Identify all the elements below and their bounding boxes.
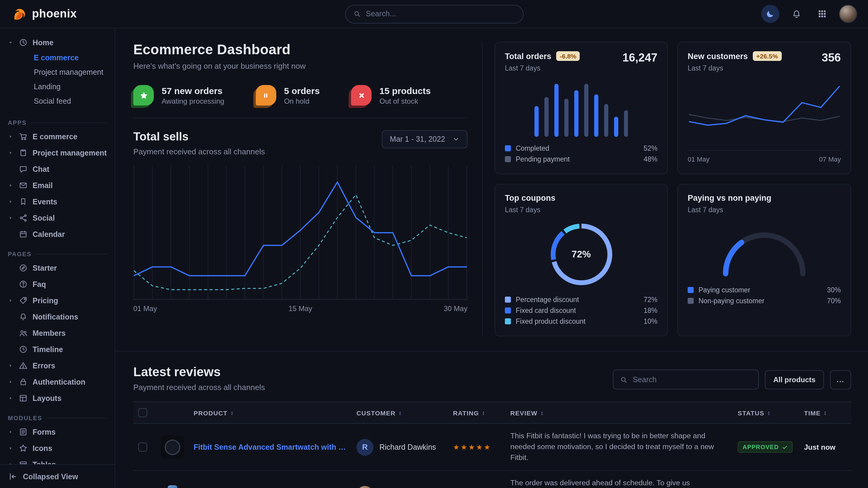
- legend-swatch: [505, 318, 511, 324]
- bell-icon: [791, 9, 801, 19]
- customer-avatar: [356, 486, 373, 488]
- sidebar-item-authentication[interactable]: Authentication: [0, 374, 115, 390]
- bookmark-icon: [19, 197, 28, 206]
- caret-down-icon: [8, 40, 13, 45]
- sidebar-item-starter[interactable]: Starter: [0, 260, 115, 276]
- sidebar-item-email[interactable]: Email: [0, 177, 115, 194]
- caret-right-icon: [8, 363, 13, 368]
- reviews-title: Latest reviews: [133, 365, 265, 379]
- sidebar-item-pricing[interactable]: Pricing: [0, 292, 115, 308]
- reviews-subtitle: Payment received across all channels: [133, 383, 265, 392]
- coupons-legend: Percentage discount72%Fixed card discoun…: [505, 294, 657, 327]
- sidebar-item-chat[interactable]: Chat: [0, 161, 115, 177]
- sidebar-item-layouts[interactable]: Layouts: [0, 390, 115, 406]
- sidebar-item-e-commerce[interactable]: E commerce: [0, 128, 115, 145]
- brand[interactable]: phoenix: [12, 6, 77, 22]
- sidebar-item-events[interactable]: Events: [0, 194, 115, 210]
- mail-icon: [19, 181, 28, 190]
- customer-avatar: R: [356, 438, 373, 455]
- column-header-status[interactable]: STATUS▲▼: [733, 402, 799, 423]
- legend-swatch: [688, 287, 694, 293]
- sidebar-item-timeline[interactable]: Timeline: [0, 341, 115, 357]
- sort-icon: ▲▼: [824, 410, 827, 415]
- sidebar-item-project-management[interactable]: Project management: [0, 145, 115, 161]
- table-header-row: PRODUCT▲▼CUSTOMER▲▼RATING▲▼REVIEW▲▼STATU…: [133, 402, 851, 423]
- bell-icon: [19, 312, 28, 321]
- sidebar-item-members[interactable]: Members: [0, 325, 115, 341]
- column-header-review[interactable]: REVIEW▲▼: [505, 402, 733, 423]
- new-customers-xaxis: 01 May 07 May: [688, 150, 841, 163]
- collapse-icon: [8, 472, 18, 481]
- orders-legend: Completed52%Pending payment48%: [505, 143, 657, 165]
- apps-grid-button[interactable]: [813, 5, 831, 23]
- stats-row: 57 new ordersAwating processing5 ordersO…: [133, 85, 467, 105]
- brand-name: phoenix: [32, 7, 77, 21]
- date-range-select[interactable]: Mar 1 - 31, 2022: [382, 130, 467, 148]
- user-avatar[interactable]: [839, 5, 857, 23]
- coupons-donut-chart: 72%: [505, 221, 657, 288]
- reviews-search[interactable]: [613, 369, 759, 389]
- chevron-down-icon: [453, 136, 460, 143]
- column-header-product[interactable]: PRODUCT▲▼: [189, 402, 352, 423]
- notifications-button[interactable]: [787, 5, 805, 23]
- status-badge: APPROVED: [738, 441, 793, 453]
- sidebar-subitem-e-commerce[interactable]: E commerce: [0, 51, 115, 65]
- stat-item-awating-processing: 57 new ordersAwating processing: [133, 85, 224, 105]
- stat-blob-icon: [133, 85, 154, 105]
- reviews-search-input[interactable]: [633, 375, 752, 384]
- tag-icon: [19, 296, 28, 305]
- sidebar-subitem-project-management[interactable]: Project management: [0, 65, 115, 79]
- sidebar-item-social[interactable]: Social: [0, 210, 115, 226]
- legend-item: Completed52%: [505, 143, 657, 154]
- product-image[interactable]: [161, 483, 184, 488]
- product-link[interactable]: Fitbit Sense Advanced Smartwatch with To…: [194, 443, 347, 451]
- caret-right-icon: [8, 446, 13, 451]
- sidebar-subitem-social-feed[interactable]: Social feed: [0, 94, 115, 108]
- review-row[interactable]: iPhone 13 pro max-Pacific Blue-128GB sto…: [133, 471, 851, 488]
- sidebar-item-home[interactable]: Home: [0, 34, 115, 51]
- sidebar-item-icons[interactable]: Icons: [0, 440, 115, 456]
- main-content: Ecommerce Dashboard Here’s what’s going …: [115, 28, 868, 488]
- star-solid-icon: [139, 91, 148, 100]
- global-search[interactable]: [345, 4, 523, 23]
- row-checkbox[interactable]: [138, 443, 147, 452]
- paying-gauge-chart: [688, 221, 841, 279]
- sort-icon: ▲▼: [230, 410, 234, 415]
- legend-swatch: [688, 298, 694, 304]
- column-header-rating[interactable]: RATING▲▼: [448, 402, 505, 423]
- stat-blob-icon: [256, 85, 276, 105]
- card-period: Last 7 days: [688, 206, 841, 214]
- total-sells-xaxis: 01 May15 May30 May: [133, 304, 467, 313]
- theme-toggle-button[interactable]: [761, 5, 779, 23]
- all-products-button[interactable]: All products: [765, 370, 824, 389]
- caret-right-icon: [8, 134, 13, 139]
- caret-right-icon: [8, 215, 13, 221]
- calendar-icon: [19, 230, 28, 239]
- magnifier-icon: [352, 10, 361, 18]
- column-header-time[interactable]: TIME▲▼: [799, 402, 851, 423]
- select-all-checkbox[interactable]: [138, 408, 147, 417]
- sidebar-subitem-landing[interactable]: Landing: [0, 79, 115, 94]
- sidebar-item-faq[interactable]: Faq: [0, 276, 115, 292]
- more-options-button[interactable]: ...: [830, 370, 851, 389]
- review-row[interactable]: Fitbit Sense Advanced Smartwatch with To…: [133, 423, 851, 471]
- sidebar-item-forms[interactable]: Forms: [0, 424, 115, 440]
- sidebar-section-label: APPS: [8, 119, 107, 126]
- global-search-input[interactable]: [366, 10, 516, 18]
- sidebar-item-errors[interactable]: Errors: [0, 357, 115, 374]
- page-subtitle: Here’s what’s going on at your business …: [133, 62, 467, 70]
- sort-icon: ▲▼: [482, 410, 485, 415]
- caret-right-icon: [8, 199, 13, 204]
- legend-item: Fixed card discount18%: [505, 305, 657, 316]
- sidebar-item-notifications[interactable]: Notifications: [0, 308, 115, 325]
- column-header-customer[interactable]: CUSTOMER▲▼: [352, 402, 448, 423]
- sidebar-item-calendar[interactable]: Calendar: [0, 226, 115, 242]
- reviews-table: PRODUCT▲▼CUSTOMER▲▼RATING▲▼REVIEW▲▼STATU…: [133, 401, 851, 488]
- stat-item-out-of-stock: 15 productsOut of stock: [351, 85, 431, 105]
- form-icon: [19, 427, 28, 436]
- donut-center-label: 72%: [571, 249, 591, 260]
- collapse-sidebar-button[interactable]: Collapsed View: [0, 464, 115, 488]
- product-image[interactable]: [161, 435, 184, 458]
- legend-swatch: [505, 297, 511, 303]
- review-time: Just now: [799, 423, 851, 471]
